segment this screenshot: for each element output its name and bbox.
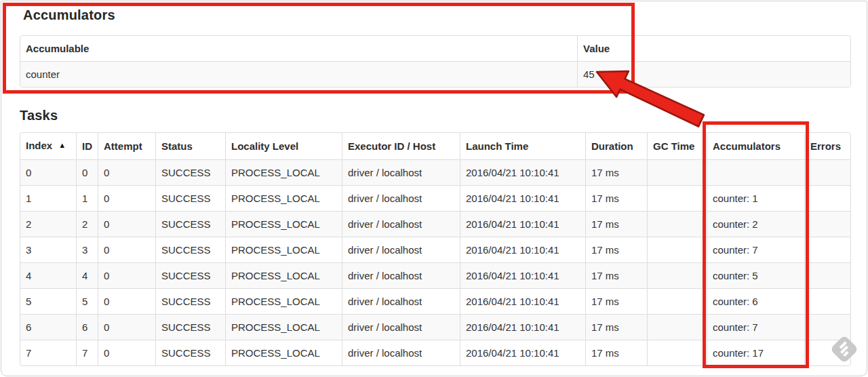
cell-gc-time — [647, 159, 707, 185]
cell-attempt: 0 — [98, 211, 155, 237]
cell-duration: 17 ms — [585, 185, 647, 211]
cell-attempt: 0 — [98, 288, 155, 314]
cell-index: 5 — [20, 288, 76, 314]
table-row: 5 5 0 SUCCESS PROCESS_LOCAL driver / loc… — [20, 288, 850, 314]
cell-launch-time: 2016/04/21 10:10:41 — [460, 211, 585, 237]
cell-accumulators: counter: 6 — [707, 288, 804, 314]
table-header-row: Index▲ ID Attempt Status Locality Level … — [20, 133, 850, 159]
cell-errors — [804, 314, 850, 340]
cell-id: 2 — [76, 211, 98, 237]
cell-status: SUCCESS — [155, 185, 225, 211]
table-row: 7 7 0 SUCCESS PROCESS_LOCAL driver / loc… — [20, 340, 850, 365]
cell-index: 7 — [20, 340, 76, 365]
cell-errors — [804, 340, 850, 365]
spark-ui-page: Accumulators Accumulable Value counter 4… — [1, 1, 867, 376]
cell-executor-id-host: driver / localhost — [342, 211, 460, 237]
cell-locality-level: PROCESS_LOCAL — [225, 288, 342, 314]
col-header-accumulable: Accumulable — [20, 36, 577, 61]
cell-accumulators: counter: 2 — [707, 211, 804, 237]
cell-attempt: 0 — [98, 340, 155, 365]
cell-id: 7 — [76, 340, 98, 365]
cell-executor-id-host: driver / localhost — [342, 314, 460, 340]
cell-status: SUCCESS — [155, 288, 225, 314]
cell-locality-level: PROCESS_LOCAL — [225, 262, 342, 288]
col-header-status[interactable]: Status — [155, 133, 225, 159]
cell-attempt: 0 — [98, 185, 155, 211]
cell-index: 2 — [20, 211, 76, 237]
cell-gc-time — [647, 314, 707, 340]
col-header-duration[interactable]: Duration — [585, 133, 647, 159]
col-header-id[interactable]: ID — [76, 133, 98, 159]
cell-gc-time — [647, 288, 707, 314]
col-header-index-label: Index — [26, 140, 52, 151]
table-row: 2 2 0 SUCCESS PROCESS_LOCAL driver / loc… — [20, 211, 850, 237]
cell-status: SUCCESS — [155, 237, 225, 262]
cell-status: SUCCESS — [155, 314, 225, 340]
cell-index: 3 — [20, 237, 76, 262]
cell-attempt: 0 — [98, 314, 155, 340]
cell-gc-time — [647, 262, 707, 288]
cell-duration: 17 ms — [585, 340, 647, 365]
cell-id: 5 — [76, 288, 98, 314]
cell-errors — [804, 211, 850, 237]
col-header-value: Value — [577, 36, 850, 61]
cell-status: SUCCESS — [155, 340, 225, 365]
tasks-table-header: Index▲ ID Attempt Status Locality Level … — [20, 133, 850, 159]
col-header-errors[interactable]: Errors — [804, 133, 850, 159]
cell-accumulators — [707, 159, 804, 185]
col-header-index[interactable]: Index▲ — [20, 133, 76, 159]
accumulators-table-body: counter 45 — [20, 61, 850, 87]
cell-accumulators: counter: 5 — [707, 262, 804, 288]
cell-locality-level: PROCESS_LOCAL — [225, 211, 342, 237]
cell-errors — [804, 262, 850, 288]
col-header-gc-time[interactable]: GC Time — [647, 133, 707, 159]
sort-ascending-icon: ▲ — [58, 141, 66, 149]
col-header-executor-id-host[interactable]: Executor ID / Host — [342, 133, 460, 159]
cell-launch-time: 2016/04/21 10:10:41 — [460, 159, 585, 185]
table-row: 4 4 0 SUCCESS PROCESS_LOCAL driver / loc… — [20, 262, 850, 288]
cell-attempt: 0 — [98, 237, 155, 262]
cell-duration: 17 ms — [585, 314, 647, 340]
col-header-attempt[interactable]: Attempt — [98, 133, 155, 159]
cell-launch-time: 2016/04/21 10:10:41 — [460, 262, 585, 288]
table-header-row: Accumulable Value — [20, 36, 850, 61]
table-row: 0 0 0 SUCCESS PROCESS_LOCAL driver / loc… — [20, 159, 850, 185]
cell-locality-level: PROCESS_LOCAL — [225, 314, 342, 340]
cell-accumulators: counter: 7 — [707, 237, 804, 262]
cell-duration: 17 ms — [585, 211, 647, 237]
cell-accumulators: counter: 7 — [707, 314, 804, 340]
cell-duration: 17 ms — [585, 288, 647, 314]
col-header-locality-level[interactable]: Locality Level — [225, 133, 342, 159]
cell-status: SUCCESS — [155, 262, 225, 288]
cell-launch-time: 2016/04/21 10:10:41 — [460, 237, 585, 262]
cell-accumulators: counter: 17 — [707, 340, 804, 365]
cell-id: 1 — [76, 185, 98, 211]
cell-id: 3 — [76, 237, 98, 262]
table-row: 1 1 0 SUCCESS PROCESS_LOCAL driver / loc… — [20, 185, 850, 211]
cell-executor-id-host: driver / localhost — [342, 185, 460, 211]
cell-launch-time: 2016/04/21 10:10:41 — [460, 185, 585, 211]
cell-launch-time: 2016/04/21 10:10:41 — [460, 314, 585, 340]
table-row: 3 3 0 SUCCESS PROCESS_LOCAL driver / loc… — [20, 237, 850, 262]
col-header-launch-time[interactable]: Launch Time — [460, 133, 585, 159]
cell-index: 0 — [20, 159, 76, 185]
cell-status: SUCCESS — [155, 211, 225, 237]
cell-index: 4 — [20, 262, 76, 288]
accumulators-section-title: Accumulators — [23, 7, 867, 23]
tasks-table-body: 0 0 0 SUCCESS PROCESS_LOCAL driver / loc… — [20, 159, 850, 365]
cell-executor-id-host: driver / localhost — [342, 159, 460, 185]
tasks-table: Index▲ ID Attempt Status Locality Level … — [20, 132, 851, 366]
cell-gc-time — [647, 185, 707, 211]
cell-executor-id-host: driver / localhost — [342, 288, 460, 314]
tasks-section-title: Tasks — [20, 108, 867, 123]
cell-gc-time — [647, 237, 707, 262]
col-header-accumulators[interactable]: Accumulators — [707, 133, 804, 159]
cell-id: 6 — [76, 314, 98, 340]
cell-attempt: 0 — [98, 262, 155, 288]
cell-locality-level: PROCESS_LOCAL — [225, 340, 342, 365]
cell-errors — [804, 185, 850, 211]
accumulators-table: Accumulable Value counter 45 — [20, 35, 851, 87]
cell-index: 6 — [20, 314, 76, 340]
cell-executor-id-host: driver / localhost — [342, 262, 460, 288]
cell-errors — [804, 288, 850, 314]
